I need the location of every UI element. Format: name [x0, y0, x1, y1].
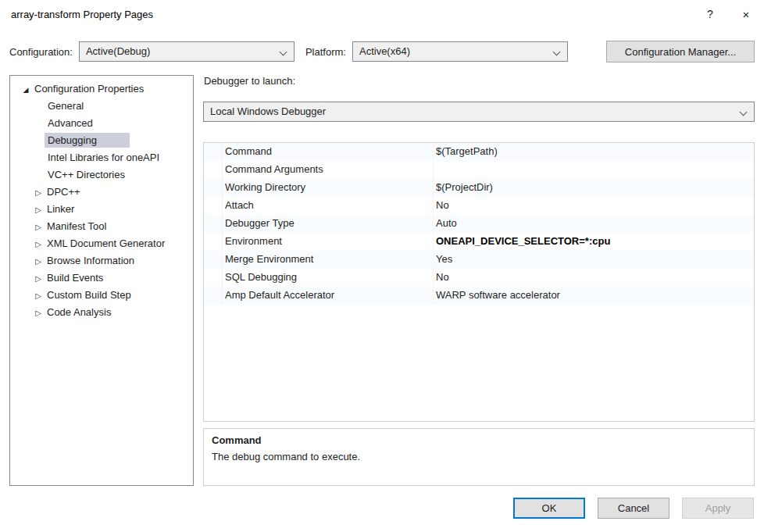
property-row-attach[interactable]: Attach No: [204, 197, 754, 215]
dialog-footer: OK Cancel Apply: [513, 498, 754, 519]
tree-collapsed-icon[interactable]: ▷: [34, 305, 43, 322]
tree-item-browse-information[interactable]: ▷Browse Information: [10, 252, 193, 270]
configuration-manager-button[interactable]: Configuration Manager...: [606, 41, 755, 62]
property-name: Environment: [223, 233, 434, 251]
close-icon: ×: [743, 8, 750, 21]
help-icon: ?: [707, 8, 713, 20]
help-button[interactable]: ?: [692, 0, 728, 28]
debugger-to-launch-label: Debugger to launch:: [204, 75, 295, 87]
property-description-title: Command: [212, 434, 746, 446]
property-description-box: Command The debug command to execute.: [203, 428, 755, 486]
apply-button[interactable]: Apply: [682, 498, 754, 519]
property-row-working-directory[interactable]: Working Directory $(ProjectDir): [204, 179, 754, 197]
tree-collapsed-icon[interactable]: ▷: [34, 202, 43, 219]
tree-collapsed-icon[interactable]: ▷: [34, 184, 43, 202]
tree-item-dpcpp[interactable]: ▷DPC++: [10, 184, 193, 201]
tree-item-general[interactable]: General: [10, 98, 193, 115]
chevron-down-icon: [280, 48, 287, 56]
configuration-dropdown-value: Active(Debug): [86, 45, 150, 57]
configuration-bar: Configuration: Active(Debug) Platform: A…: [9, 41, 755, 62]
property-value[interactable]: No: [434, 269, 754, 287]
chevron-down-icon: [740, 109, 748, 116]
property-name: Attach: [223, 197, 434, 215]
property-value[interactable]: [434, 161, 754, 179]
property-row-command-arguments[interactable]: Command Arguments: [204, 161, 754, 179]
property-name: Command: [223, 143, 434, 161]
property-value[interactable]: $(TargetPath): [434, 143, 754, 161]
debugger-dropdown-value: Local Windows Debugger: [210, 105, 326, 117]
tree-collapsed-icon[interactable]: ▷: [34, 253, 43, 270]
property-name: Debugger Type: [223, 215, 434, 233]
property-row-sql-debugging[interactable]: SQL Debugging No: [204, 269, 754, 287]
tree-item-vcpp-directories[interactable]: VC++ Directories: [10, 166, 193, 184]
property-row-debugger-type[interactable]: Debugger Type Auto: [204, 215, 754, 233]
chevron-down-icon: [553, 48, 561, 56]
property-name: Command Arguments: [223, 161, 434, 179]
tree-item-code-analysis[interactable]: ▷Code Analysis: [10, 304, 193, 321]
configuration-dropdown[interactable]: Active(Debug): [79, 41, 295, 62]
property-row-environment[interactable]: Environment ONEAPI_DEVICE_SELECTOR=*:cpu: [204, 233, 754, 251]
window-title: array-transform Property Pages: [0, 9, 692, 20]
property-description-text: The debug command to execute.: [212, 451, 746, 462]
title-bar: array-transform Property Pages ? ×: [0, 0, 764, 28]
property-row-merge-environment[interactable]: Merge Environment Yes: [204, 251, 754, 269]
property-value[interactable]: Auto: [434, 215, 754, 233]
close-button[interactable]: ×: [728, 0, 764, 28]
property-value[interactable]: Yes: [434, 251, 754, 269]
tree-item-debugging[interactable]: Debugging: [10, 132, 193, 149]
property-row-command[interactable]: Command $(TargetPath): [204, 143, 754, 161]
property-value[interactable]: WARP software accelerator: [434, 287, 754, 305]
platform-label: Platform:: [305, 46, 346, 58]
property-value[interactable]: No: [434, 197, 754, 215]
tree-item-intel-libraries-for-oneapi[interactable]: Intel Libraries for oneAPI: [10, 149, 193, 166]
debugger-dropdown[interactable]: Local Windows Debugger: [203, 102, 755, 122]
tree-item-custom-build-step[interactable]: ▷Custom Build Step: [10, 287, 193, 304]
tree-collapsed-icon[interactable]: ▷: [34, 219, 43, 236]
tree-item-configuration-properties[interactable]: ◢Configuration Properties: [10, 80, 193, 98]
ok-button[interactable]: OK: [513, 498, 585, 519]
property-name: Working Directory: [223, 179, 434, 197]
property-name: SQL Debugging: [223, 269, 434, 287]
cancel-button[interactable]: Cancel: [598, 498, 669, 519]
property-grid: Command $(TargetPath) Command Arguments …: [203, 142, 755, 422]
platform-dropdown[interactable]: Active(x64): [352, 41, 568, 62]
tree-collapsed-icon[interactable]: ▷: [34, 236, 43, 253]
tree-expanded-icon[interactable]: ◢: [21, 81, 30, 98]
tree-item-linker[interactable]: ▷Linker: [10, 201, 193, 218]
property-name: Merge Environment: [223, 251, 434, 269]
property-value[interactable]: $(ProjectDir): [434, 179, 754, 197]
tree-collapsed-icon[interactable]: ▷: [34, 270, 43, 287]
property-row-amp-default-accelerator[interactable]: Amp Default Accelerator WARP software ac…: [204, 287, 754, 305]
property-value[interactable]: ONEAPI_DEVICE_SELECTOR=*:cpu: [434, 233, 754, 251]
platform-dropdown-value: Active(x64): [359, 45, 410, 57]
tree-item-build-events[interactable]: ▷Build Events: [10, 270, 193, 287]
property-name: Amp Default Accelerator: [223, 287, 434, 305]
tree-item-advanced[interactable]: Advanced: [10, 115, 193, 132]
tree-collapsed-icon[interactable]: ▷: [34, 287, 43, 305]
tree-item-xml-document-generator[interactable]: ▷XML Document Generator: [10, 235, 193, 252]
configuration-label: Configuration:: [9, 46, 73, 58]
configuration-tree: ◢Configuration Properties General Advanc…: [9, 75, 194, 486]
tree-item-manifest-tool[interactable]: ▷Manifest Tool: [10, 218, 193, 235]
